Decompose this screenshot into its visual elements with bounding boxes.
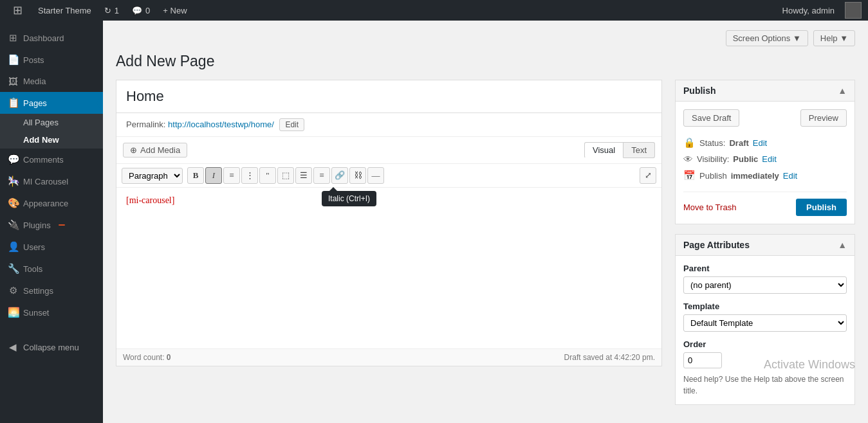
content-area[interactable]: [mi-carousel] xyxy=(116,188,661,348)
plugins-icon: 🔌 xyxy=(8,219,18,231)
sidebar-collapse-menu[interactable]: ◀ Collapse menu xyxy=(0,336,103,358)
sidebar-item-label: Plugins xyxy=(23,221,51,230)
tab-text[interactable]: Text xyxy=(623,142,655,158)
more-button[interactable]: — xyxy=(367,167,384,184)
sidebar-item-plugins[interactable]: 🔌 Plugins xyxy=(0,214,103,236)
sidebar-item-label: Comments xyxy=(23,155,64,165)
publish-footer: Move to Trash Publish xyxy=(683,192,847,216)
link-button[interactable]: 🔗 xyxy=(331,167,348,184)
comments-count: 0 xyxy=(145,6,150,15)
fullscreen-button[interactable]: ⤢ xyxy=(640,167,656,184)
unlink-button[interactable]: ⛓ xyxy=(349,167,366,184)
dashboard-icon: ⊞ xyxy=(8,32,18,44)
avatar xyxy=(845,2,862,19)
status-value: Draft xyxy=(729,138,748,148)
users-icon: 👤 xyxy=(8,241,18,253)
sidebar-item-posts[interactable]: 📄 Posts xyxy=(0,49,103,71)
sidebar-item-pages[interactable]: 📋 Pages xyxy=(0,92,103,114)
sidebar-item-users[interactable]: 👤 Users xyxy=(0,236,103,258)
adminbar-updates[interactable]: ↻ 1 xyxy=(98,0,125,21)
sidebar-item-comments[interactable]: 💬 Comments xyxy=(0,148,103,170)
sidebar-subitem-add-new[interactable]: Add New xyxy=(0,131,103,148)
visibility-icon: 👁 xyxy=(683,154,693,165)
status-icon: 🔒 xyxy=(683,137,696,148)
tab-visual[interactable]: Visual xyxy=(584,142,623,158)
screen-options-button[interactable]: Screen Options ▼ xyxy=(726,30,808,46)
comments-icon: 💬 xyxy=(132,6,142,15)
sidebar-subitem-all-pages[interactable]: All Pages xyxy=(0,114,103,131)
sidebar-item-dashboard[interactable]: ⊞ Dashboard xyxy=(0,27,103,49)
publish-info: 🔒 Status: Draft Edit 👁 Visibility: Publi… xyxy=(683,134,847,184)
publish-time-edit-link[interactable]: Edit xyxy=(783,171,797,181)
sidebar-item-mi-carousel[interactable]: 🎠 MI Carousel xyxy=(0,170,103,192)
howdy-label: Howdy, admin xyxy=(777,6,840,15)
add-media-button[interactable]: ⊕ Add Media xyxy=(123,143,187,158)
permalink-edit-button[interactable]: Edit xyxy=(279,118,304,131)
adminbar-wp-logo[interactable]: ⊞ xyxy=(6,0,32,21)
parent-select[interactable]: (no parent) xyxy=(683,276,847,294)
status-row: 🔒 Status: Draft Edit xyxy=(683,134,847,151)
italic-button[interactable]: I xyxy=(205,167,222,184)
shortcode-content: [mi-carousel] xyxy=(126,195,174,205)
adminbar-comments[interactable]: 💬 0 xyxy=(125,0,156,21)
permalink-url[interactable]: http://localhost/testwp/home/ xyxy=(168,120,274,129)
align-left-button[interactable]: ⬚ xyxy=(277,167,294,184)
sunset-icon: 🌅 xyxy=(8,307,18,318)
bold-button[interactable]: B xyxy=(187,167,204,184)
site-name-label: Starter Theme xyxy=(38,6,91,15)
publish-toggle-icon[interactable]: ▲ xyxy=(838,86,847,96)
align-center-button[interactable]: ☰ xyxy=(295,167,312,184)
move-to-trash-link[interactable]: Move to Trash xyxy=(683,203,736,212)
page-title: Add New Page xyxy=(116,53,855,70)
sidebar-item-media[interactable]: 🖼 Media xyxy=(0,71,103,92)
visibility-label: Visibility: xyxy=(697,154,729,164)
page-title-input[interactable] xyxy=(116,80,661,113)
main-content: Screen Options ▼ Help ▼ Add New Page Per… xyxy=(103,21,868,423)
order-input[interactable] xyxy=(683,352,722,368)
sidebar-item-tools[interactable]: 🔧 Tools xyxy=(0,258,103,280)
sidebar-item-label: Media xyxy=(23,76,46,86)
format-select[interactable]: Paragraph Heading 1 Heading 2 xyxy=(122,168,183,184)
template-label: Template xyxy=(683,302,847,311)
adminbar-new[interactable]: + New xyxy=(156,0,193,21)
adminbar-site-name[interactable]: Starter Theme xyxy=(32,0,98,21)
align-right-button[interactable]: ≡ xyxy=(313,167,330,184)
format-toolbar: Paragraph Heading 1 Heading 2 B I ≡ ⋮ " … xyxy=(116,164,661,188)
active-arrow xyxy=(97,92,103,114)
sidebar-item-settings[interactable]: ⚙ Settings xyxy=(0,280,103,302)
help-button[interactable]: Help ▼ xyxy=(813,30,855,46)
editor-toolbar-row: ⊕ Add Media Visual Text xyxy=(116,137,661,164)
template-select[interactable]: Default Template xyxy=(683,314,847,332)
ordered-list-button[interactable]: ⋮ xyxy=(241,167,258,184)
sidebar-item-sunset[interactable]: 🌅 Sunset xyxy=(0,302,103,323)
publish-box: Publish ▲ Save Draft Preview 🔒 Status: xyxy=(675,80,855,224)
visibility-edit-link[interactable]: Edit xyxy=(762,154,776,164)
sidebar-pages-submenu: All Pages Add New xyxy=(0,114,103,148)
preview-button[interactable]: Preview xyxy=(800,109,847,127)
sidebar-item-label: Posts xyxy=(23,55,44,65)
right-sidebar: Publish ▲ Save Draft Preview 🔒 Status: xyxy=(675,80,855,415)
parent-label: Parent xyxy=(683,264,847,273)
mi-carousel-icon: 🎠 xyxy=(8,176,18,187)
status-edit-link[interactable]: Edit xyxy=(753,138,767,148)
status-label: Status: xyxy=(699,138,725,148)
save-draft-button[interactable]: Save Draft xyxy=(683,109,739,127)
blockquote-button[interactable]: " xyxy=(259,167,276,184)
screen-options-bar: Screen Options ▼ Help ▼ xyxy=(116,30,855,46)
unordered-list-button[interactable]: ≡ xyxy=(223,167,240,184)
page-attributes-body: Parent (no parent) Template Default Temp… xyxy=(676,256,854,404)
publish-label: Publish xyxy=(699,171,727,181)
publish-button[interactable]: Publish xyxy=(796,199,847,216)
publish-box-body: Save Draft Preview 🔒 Status: Draft Edit xyxy=(676,102,854,224)
draft-saved-label: Draft saved at 4:42:20 pm. xyxy=(564,353,655,362)
page-attributes-toggle-icon[interactable]: ▲ xyxy=(838,240,847,250)
collapse-icon: ◀ xyxy=(8,341,18,353)
add-media-icon: ⊕ xyxy=(130,145,137,155)
tools-icon: 🔧 xyxy=(8,263,18,274)
sidebar-item-label: Users xyxy=(23,242,45,252)
sidebar-item-label: Tools xyxy=(23,264,42,274)
sidebar-item-appearance[interactable]: 🎨 Appearance xyxy=(0,192,103,214)
editor-column: Permalink: http://localhost/testwp/home/… xyxy=(116,80,662,376)
new-label: + New xyxy=(163,6,187,15)
appearance-icon: 🎨 xyxy=(8,197,18,209)
